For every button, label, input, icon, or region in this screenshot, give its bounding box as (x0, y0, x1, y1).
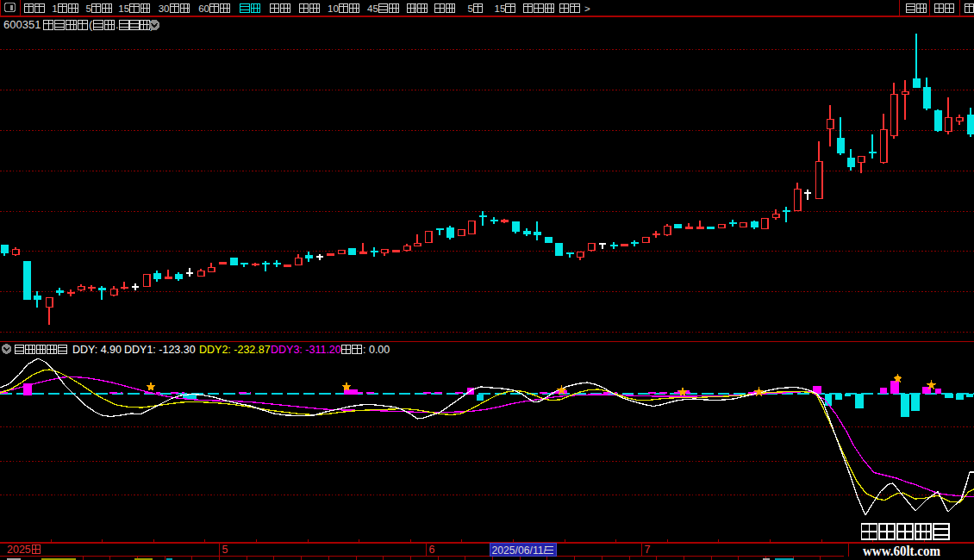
svg-text:6: 6 (429, 544, 435, 556)
svg-text:15: 15 (495, 3, 506, 14)
svg-text:5: 5 (86, 3, 91, 14)
svg-text:(: ( (89, 18, 93, 31)
svg-text:60: 60 (198, 3, 209, 14)
svg-text:2025/06/11/: 2025/06/11/ (492, 544, 547, 557)
svg-text:www.60lt.com: www.60lt.com (863, 542, 940, 559)
svg-text:>: > (584, 3, 590, 14)
svg-text:45: 45 (367, 3, 378, 14)
svg-text:DDY3: -311.20: DDY3: -311.20 (271, 344, 341, 356)
svg-text:DDY: 4.90: DDY: 4.90 (72, 344, 122, 356)
svg-text:5: 5 (467, 3, 472, 14)
svg-text:15: 15 (118, 3, 129, 14)
svg-text:600351: 600351 (3, 18, 41, 31)
svg-text:DDY1: -123.30: DDY1: -123.30 (124, 344, 196, 356)
svg-text:5: 5 (222, 544, 228, 556)
svg-text:.: . (116, 18, 119, 31)
svg-text:2025: 2025 (7, 544, 31, 556)
svg-text:1: 1 (52, 3, 57, 14)
svg-text:10: 10 (328, 3, 339, 14)
svg-text:DDY2: -232.87: DDY2: -232.87 (199, 344, 271, 356)
svg-text:30: 30 (159, 3, 170, 14)
svg-text:7: 7 (645, 544, 651, 556)
svg-text:: 0.00: : 0.00 (363, 344, 390, 356)
